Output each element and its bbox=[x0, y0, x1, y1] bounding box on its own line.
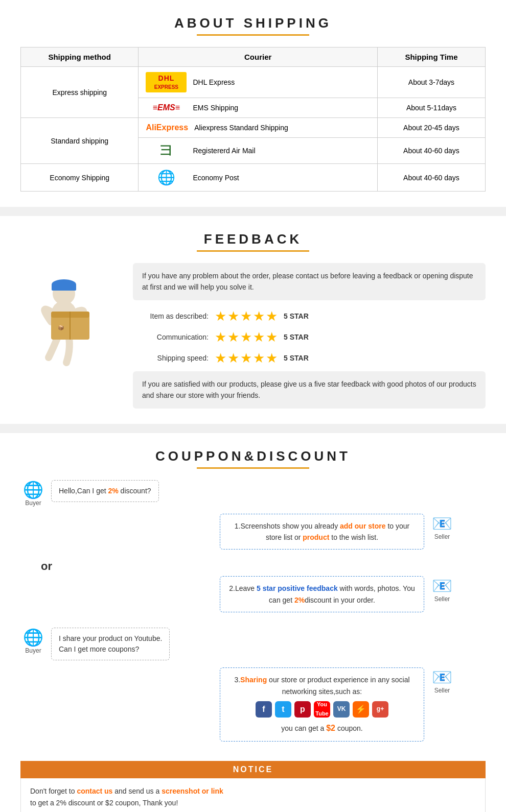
shipping-title: ABOUT SHIPPING bbox=[20, 15, 486, 31]
seller-icon-1: 📧 bbox=[429, 514, 455, 533]
seller-bubble-3: 3.Sharing our store or product experienc… bbox=[220, 667, 424, 741]
chat-buyer-1: 🌐 Buyer Hello,Can I get 2% discount? bbox=[20, 480, 486, 507]
twitter-icon: t bbox=[275, 701, 291, 718]
shipping-underline bbox=[197, 34, 309, 36]
googleplus-icon: g+ bbox=[372, 701, 388, 718]
time-un: About 40-60 days bbox=[377, 164, 485, 192]
courier-un: 🌐 Economy Post bbox=[139, 164, 378, 192]
courier-ems: ≡EMS≡ EMS Shipping bbox=[139, 98, 378, 118]
sharing-highlight: Sharing bbox=[240, 676, 267, 684]
method-express: Express shipping bbox=[21, 67, 139, 118]
feedback-content: If you have any problem about the order,… bbox=[133, 263, 486, 409]
rating-label-1: Item as described: bbox=[133, 312, 215, 320]
feedback-bubble-top: If you have any problem about the order,… bbox=[133, 263, 486, 300]
dollar-amount: $2 bbox=[326, 724, 335, 732]
stars-2: ★★★★★ bbox=[215, 329, 279, 345]
delivery-figure: 📦 bbox=[23, 263, 120, 375]
seller-label-1: Seller bbox=[429, 533, 455, 540]
method-economy: Economy Shipping bbox=[21, 164, 139, 192]
col-method: Shipping method bbox=[21, 47, 139, 67]
pinterest-icon: p bbox=[294, 701, 311, 718]
chat-seller-3: 3.Sharing our store or product experienc… bbox=[220, 667, 455, 741]
ems-label: EMS Shipping bbox=[193, 104, 238, 112]
time-air: About 40-60 days bbox=[377, 138, 485, 164]
svg-rect-2 bbox=[52, 284, 76, 291]
or-divider: or bbox=[20, 560, 455, 573]
buyer-bubble-1: Hello,Can I get 2% discount? bbox=[51, 480, 159, 502]
air-label: Registererd Air Mail bbox=[193, 147, 255, 155]
col-time: Shipping Time bbox=[377, 47, 485, 67]
vk-icon: VK bbox=[333, 701, 350, 718]
courier-dhl: DHLEXPRESS DHL Express bbox=[139, 67, 378, 98]
coupon-title: COUPPON&DISCOUNT bbox=[20, 448, 486, 464]
courier-air: 彐 Registererd Air Mail bbox=[139, 138, 378, 164]
seller-icon-2: 📧 bbox=[429, 576, 455, 595]
notice-header: NOTICE bbox=[20, 761, 486, 778]
ems-logo: ≡EMS≡ bbox=[146, 103, 187, 112]
feedback-section: FEEDBACK bbox=[0, 216, 506, 424]
un-label: Economy Post bbox=[193, 174, 239, 182]
courier-ali: AliExpress Aliexpress Standard Shipping bbox=[139, 118, 378, 138]
notice-body: Don't forget to contact us and send us a… bbox=[20, 778, 486, 813]
table-row: Standard shipping AliExpress Aliexpress … bbox=[21, 118, 486, 138]
ratings-container: Item as described: ★★★★★ 5 STAR Communic… bbox=[133, 308, 486, 366]
coupon-underline bbox=[197, 467, 309, 469]
facebook-icon: f bbox=[256, 701, 272, 718]
time-ali: About 20-45 days bbox=[377, 118, 485, 138]
method-standard: Standard shipping bbox=[21, 118, 139, 164]
time-ems: About 5-11days bbox=[377, 98, 485, 118]
star-text-2: 5 STAR bbox=[284, 333, 309, 341]
buyer-avatar-2: 🌐 Buyer bbox=[20, 628, 46, 654]
feedback-underline bbox=[197, 250, 309, 252]
feedback-title: FEEDBACK bbox=[20, 231, 486, 247]
chat-buyer-2: 🌐 Buyer I share your product on Youtube.… bbox=[20, 628, 486, 660]
buyer-icon-2: 🌐 bbox=[20, 628, 46, 647]
rating-label-3: Shipping speed: bbox=[133, 354, 215, 362]
ali-label: Aliexpress Standard Shipping bbox=[194, 124, 288, 132]
feedback-highlight: 5 star positive feedback bbox=[257, 584, 338, 592]
buyer-icon-1: 🌐 bbox=[20, 480, 46, 499]
discount-pct-2: 2% bbox=[294, 596, 305, 604]
chat-seller-3-container: 3.Sharing our store or product experienc… bbox=[20, 667, 455, 748]
rating-row-1: Item as described: ★★★★★ 5 STAR bbox=[133, 308, 486, 324]
ali-logo: AliExpress bbox=[146, 123, 188, 132]
buyer-label-2: Buyer bbox=[20, 647, 46, 654]
shipping-section: ABOUT SHIPPING Shipping method Courier S… bbox=[0, 0, 506, 207]
seller-label-2: Seller bbox=[429, 595, 455, 603]
contact-us-link[interactable]: contact us bbox=[77, 787, 112, 795]
rss-icon: ⚡ bbox=[353, 701, 369, 718]
seller-label-3: Seller bbox=[429, 687, 455, 694]
discount-pct: 2% bbox=[108, 487, 119, 495]
chat-seller-1: 1.Screenshots show you already add our s… bbox=[220, 514, 455, 550]
seller-bubble-2: 2.Leave 5 star positive feedback with wo… bbox=[220, 576, 424, 612]
chat-seller-2: 2.Leave 5 star positive feedback with wo… bbox=[220, 576, 455, 612]
rating-row-3: Shipping speed: ★★★★★ 5 STAR bbox=[133, 350, 486, 366]
buyer-bubble-2: I share your product on Youtube.Can I ge… bbox=[51, 628, 170, 660]
shipping-table: Shipping method Courier Shipping Time Ex… bbox=[20, 47, 486, 192]
star-text-3: 5 STAR bbox=[284, 354, 309, 362]
seller-avatar-2: 📧 Seller bbox=[429, 576, 455, 603]
svg-text:📦: 📦 bbox=[58, 324, 64, 331]
screenshot-or-link[interactable]: screenshot or link bbox=[162, 787, 223, 795]
table-row: Express shipping DHLEXPRESS DHL Express … bbox=[21, 67, 486, 98]
seller-icon-3: 📧 bbox=[429, 667, 455, 687]
youtube-icon: YouTube bbox=[314, 701, 330, 718]
dhl-label: DHL Express bbox=[193, 78, 235, 86]
buyer-avatar-1: 🌐 Buyer bbox=[20, 480, 46, 507]
seller-avatar-1: 📧 Seller bbox=[429, 514, 455, 540]
feedback-image: 📦 bbox=[20, 263, 123, 375]
buyer-label-1: Buyer bbox=[20, 499, 46, 507]
notice-section: NOTICE Don't forget to contact us and se… bbox=[20, 761, 486, 813]
rating-label-2: Communication: bbox=[133, 333, 215, 341]
social-icons: f t p YouTube VK ⚡ g+ bbox=[228, 701, 416, 718]
add-store-highlight: add our store bbox=[340, 522, 385, 530]
seller-bubble-1: 1.Screenshots show you already add our s… bbox=[220, 514, 424, 550]
col-courier: Courier bbox=[139, 47, 378, 67]
un-logo: 🌐 bbox=[146, 169, 187, 186]
air-logo: 彐 bbox=[146, 143, 187, 158]
star-text-1: 5 STAR bbox=[284, 312, 309, 320]
feedback-bubble-bottom: If you are satisfied with our products, … bbox=[133, 371, 486, 409]
coupon-section: COUPPON&DISCOUNT 🌐 Buyer Hello,Can I get… bbox=[0, 433, 506, 812]
feedback-body: 📦 If you have any problem about the orde… bbox=[20, 263, 486, 409]
stars-1: ★★★★★ bbox=[215, 308, 279, 324]
